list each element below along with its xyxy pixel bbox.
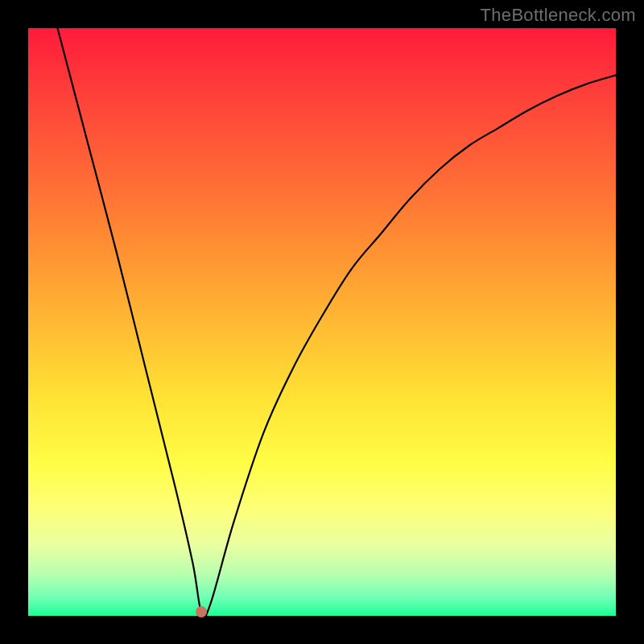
- watermark-text: TheBottleneck.com: [481, 5, 636, 26]
- chart-frame: TheBottleneck.com: [0, 0, 644, 644]
- bottleneck-curve: [28, 28, 616, 616]
- plot-area: [28, 28, 616, 616]
